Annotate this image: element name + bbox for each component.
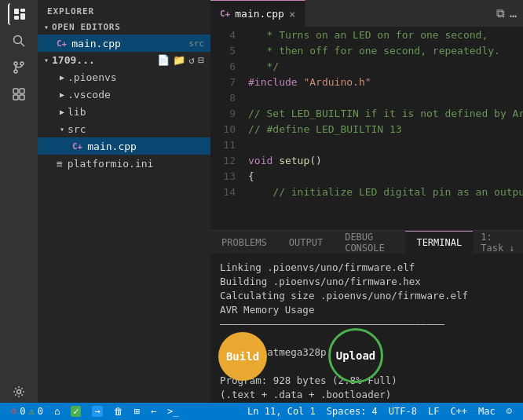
ini-icon: ≡ [57,158,63,170]
code-editor[interactable]: 4 5 6 7 8 9 10 11 12 13 14 * Turns on an… [210,27,523,230]
smiley-item[interactable]: ☺ [502,403,517,420]
terminal-line-2: Building .pioenvs/uno/firmware.hex [220,275,514,289]
terminal-line-1: Linking .pioenvs/uno/firmware.elf [220,261,514,275]
explorer-title: EXPLORER [38,0,210,20]
task-label[interactable]: 1: Task ↓ [473,232,523,254]
open-file-meta: src [188,38,204,49]
code-line-7: #include "Arduino.h" [248,75,523,90]
svg-point-13 [17,390,21,394]
search-icon[interactable] [8,30,30,52]
lib-folder[interactable]: ▶ lib [38,103,210,120]
debug-console-tab[interactable]: DEBUG CONSOLE [334,231,405,254]
svg-rect-3 [20,13,25,20]
tab-label: main.cpp [235,8,284,20]
upload-bubble[interactable]: Upload [328,328,383,383]
new-folder-icon[interactable]: 📁 [173,54,185,66]
open-editors-label: OPEN EDITORS [52,22,120,32]
vscode-chevron: ▶ [60,90,64,99]
trash-icon: 🗑 [114,406,123,417]
src-main-cpp-label: main.cpp [87,141,204,152]
os-text: Mac [478,406,496,417]
smiley-icon: ☺ [507,406,512,417]
status-bar: ⊘ 0 ⚠ 0 ⌂ ✓ → 🗑 ⊞ ← >_ Ln 11, Col 1 Spac… [0,403,523,420]
tab-file-icon: C+ [220,9,230,19]
code-line-9: // Set LED_BUILTIN if it is not defined … [248,106,523,122]
stack-icon: ⊞ [134,406,140,417]
src-folder[interactable]: ▾ src [38,120,210,137]
code-line-6: */ [248,59,523,75]
new-file-icon[interactable]: 📄 [157,54,170,66]
error-count[interactable]: ⊘ 0 ⚠ 0 [6,403,48,420]
panel-tabs: PROBLEMS OUTPUT DEBUG CONSOLE TERMINAL 1… [210,231,523,254]
split-editor-icon[interactable]: ⧉ [496,6,505,20]
code-content[interactable]: * Turns on an LED on for one second, * t… [242,27,523,230]
platformio-ini-label: platformio.ini [68,158,204,170]
svg-rect-12 [20,95,24,100]
refresh-icon[interactable]: ↺ [188,54,195,66]
left-arrow-icon: ← [151,406,156,417]
line-ending-item[interactable]: LF [423,403,444,420]
code-line-4: * Turns on an LED on for one second, [248,27,523,43]
line-ending-text: LF [428,406,439,417]
extensions-icon[interactable] [8,83,30,105]
svg-rect-1 [20,9,25,12]
encoding-item[interactable]: UTF-8 [384,403,422,420]
output-tab[interactable]: OUTPUT [278,231,334,254]
code-line-13: { [248,169,523,184]
line-numbers: 4 5 6 7 8 9 10 11 12 13 14 [210,27,242,230]
src-main-cpp[interactable]: C+ main.cpp [38,137,210,155]
terminal-icon-item[interactable]: >_ [163,403,183,420]
check-icon: ✓ [71,406,81,417]
terminal-tab[interactable]: TERMINAL [405,231,473,254]
check-item[interactable]: ✓ [66,403,86,420]
source-control-icon[interactable] [8,57,30,79]
collapse-icon[interactable]: ⊟ [198,54,204,66]
build-bubble[interactable]: Build [218,332,267,381]
spaces-text: Spaces: 4 [327,406,378,417]
terminal-line-10: (.text + .data + .bootloader) [220,388,514,402]
cpp-file-icon: C+ [57,38,67,49]
position-text: Ln 11, Col 1 [247,406,316,417]
cursor-position[interactable]: Ln 11, Col 1 [243,403,320,420]
platformio-ini[interactable]: ≡ platformio.ini [38,155,210,172]
build-label: Build [226,350,259,363]
sidebar: EXPLORER ▾ OPEN EDITORS C+ main.cpp src … [38,0,210,403]
svg-line-5 [21,43,25,47]
cpp-icon: C+ [72,141,82,152]
arrow-item[interactable]: → [87,403,107,420]
stack-item[interactable]: ⊞ [130,403,144,420]
svg-rect-0 [14,9,19,14]
pioenvs-label: .pioenvs [68,71,117,83]
open-file-main-cpp[interactable]: C+ main.cpp src [38,35,210,52]
error-icon: ⊘ [11,406,16,417]
project-folder-header[interactable]: ▾ 1709... 📄 📁 ↺ ⊟ [38,52,210,68]
project-name: 1709... [52,54,95,66]
tab-close-button[interactable]: × [289,8,295,20]
svg-point-4 [14,36,22,44]
settings-icon[interactable] [8,381,30,403]
more-actions-icon[interactable]: … [510,6,517,20]
terminal-line-11 [220,402,514,403]
svg-point-6 [14,62,17,65]
home-icon: ⌂ [54,406,60,417]
os-item[interactable]: Mac [474,403,500,420]
trash-item[interactable]: 🗑 [109,403,128,420]
tab-bar: C+ main.cpp × ⧉ … [210,0,523,27]
problems-tab[interactable]: PROBLEMS [210,231,278,254]
svg-rect-11 [13,95,18,100]
spaces-setting[interactable]: Spaces: 4 [322,403,382,420]
project-chevron: ▾ [44,56,49,64]
code-line-11 [248,137,523,153]
left-arrow-item[interactable]: ← [146,403,161,420]
tab-main-cpp[interactable]: C+ main.cpp × [210,0,305,27]
terminal-line-3: Calculating size .pioenvs/uno/firmware.e… [220,289,514,303]
pioenvs-folder[interactable]: ▶ .pioenvs [38,68,210,86]
lib-label: lib [68,106,86,118]
branch-item[interactable]: ⌂ [49,403,64,420]
open-editors-section[interactable]: ▾ OPEN EDITORS [38,20,210,35]
vscode-folder[interactable]: ▶ .vscode [38,86,210,103]
language-item[interactable]: C++ [445,403,472,420]
warning-icon: ⚠ [28,406,34,417]
upload-label: Upload [336,349,376,362]
explorer-icon[interactable] [8,3,30,25]
